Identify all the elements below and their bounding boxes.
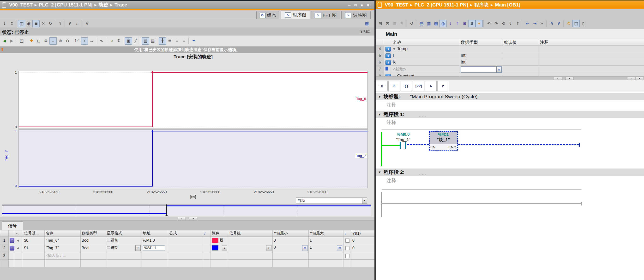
contact-bar-right[interactable] xyxy=(405,142,406,149)
legend-icon[interactable]: ≣ xyxy=(166,37,173,45)
sep[interactable] xyxy=(55,21,56,27)
signal-row-1[interactable]: 1 ◫ ◀ $0 "Tag_6" Bool 二进制 %M1.0 粉 0 1 xyxy=(0,237,375,244)
collapse-icon[interactable]: ▼ xyxy=(378,113,381,116)
color-swatch[interactable] xyxy=(212,238,218,243)
list-icon[interactable]: ▤ xyxy=(302,245,308,251)
tab-bode-diagram[interactable]: ∿ 波特图 xyxy=(341,11,370,19)
nav-back-icon[interactable]: ◀ xyxy=(1,37,8,45)
sep[interactable] xyxy=(406,20,407,27)
zoom-out-icon[interactable]: ⊖ xyxy=(64,37,71,45)
breadcrumb-item[interactable]: Trace xyxy=(114,2,127,8)
sep[interactable] xyxy=(16,38,17,44)
pin-diagram-icon[interactable]: ◳ xyxy=(18,37,25,45)
network-1-comment[interactable]: 注释 xyxy=(386,119,396,126)
scroll-down-button[interactable]: ▼ xyxy=(636,77,643,80)
sep[interactable] xyxy=(546,20,548,27)
network-2-header[interactable]: ▼ 程序段 2: ..... xyxy=(376,169,644,176)
sep[interactable] xyxy=(72,38,73,44)
repeat-measurement-icon[interactable]: ↻ xyxy=(47,20,54,27)
zoom-time-range-icon[interactable]: ⇔ xyxy=(50,37,57,45)
network-1-header[interactable]: ▼ 程序段 1: ..... xyxy=(376,111,644,118)
insert-row-icon[interactable]: ≣ xyxy=(391,20,398,27)
interface-row-add[interactable]: 7 <新增> ▤ xyxy=(376,66,644,73)
block-window-titlebar[interactable]: V90_TEST ▶ PLC_2 [CPU 1511-1 PN] ▶ 程序块 ▶… xyxy=(376,0,644,9)
favorites-star-icon[interactable]: ✶ xyxy=(476,20,483,27)
sep[interactable] xyxy=(157,38,158,44)
go-to-definition-icon[interactable]: ⇤ xyxy=(524,20,531,27)
address-editor[interactable]: %M1.1 xyxy=(143,246,165,251)
open-all-networks-icon[interactable]: ⇓ xyxy=(447,20,454,27)
lock-icon[interactable]: ▯ xyxy=(580,20,587,27)
trace-overview-strip[interactable] xyxy=(2,204,371,216)
overview-cursor[interactable] xyxy=(166,205,167,216)
favorite-close-branch-button[interactable]: ↱ xyxy=(437,81,449,91)
time-reference-icon[interactable]: ⇥ xyxy=(108,37,115,45)
compile-icon[interactable]: ⟲ xyxy=(500,20,507,27)
import-measurement-icon[interactable]: ↲ xyxy=(74,20,81,27)
collapse-icon[interactable]: ▼ xyxy=(393,47,396,51)
split-horizontal-icon[interactable]: ▤ xyxy=(149,37,156,45)
find-icon[interactable]: ⊙ xyxy=(565,20,572,27)
restore-button[interactable]: ⧉ xyxy=(352,2,358,8)
y-scale-mode-select[interactable]: 自动 ▼ xyxy=(296,198,367,204)
show-markers-icon[interactable]: ▣ xyxy=(125,37,132,45)
breadcrumb-item[interactable]: Main [OB1] xyxy=(495,2,520,8)
sep[interactable] xyxy=(82,21,83,27)
favorite-coil-button[interactable]: ( ) xyxy=(400,81,412,91)
sep[interactable] xyxy=(106,38,107,44)
tab-fft-diagram[interactable]: ∿ FFT 图 xyxy=(311,11,340,19)
breadcrumb-item[interactable]: 程序块 xyxy=(474,2,489,8)
overview-scroll-row[interactable]: ▲ ▼ xyxy=(0,217,374,221)
chevron-down-icon[interactable]: ▼ xyxy=(222,245,227,251)
breadcrumb-item[interactable]: PLC_2 [CPU 1511-1 PN] xyxy=(414,2,468,8)
breadcrumb-item[interactable]: PLC_2 [CPU 1511-1 PN] xyxy=(39,2,92,8)
align-legend-left-icon[interactable]: ≡ xyxy=(173,37,180,45)
contact-bar-left[interactable] xyxy=(400,142,401,149)
network-comments-toggle-icon[interactable]: ▥ xyxy=(425,20,432,27)
list-icon[interactable]: ▤ xyxy=(337,245,342,251)
collapse-icon[interactable]: ▼ xyxy=(378,170,381,174)
insert-network-icon[interactable]: ⊞ xyxy=(376,20,384,27)
sep[interactable] xyxy=(416,20,417,27)
collapse-icon[interactable]: ▼ xyxy=(378,95,381,98)
cursor-handle-icon[interactable] xyxy=(165,214,168,216)
tab-configuration[interactable]: ⚙ 组态 xyxy=(256,11,279,19)
contact-address[interactable]: %M0.0 xyxy=(390,132,416,137)
close-all-networks-icon[interactable]: ⇑ xyxy=(454,20,461,27)
add-to-trace-config-icon[interactable]: ⇪ xyxy=(57,20,64,27)
block-title-value[interactable]: "Main Program Sweep (Cycle)" xyxy=(410,94,479,99)
jump-back-icon[interactable]: ↰ xyxy=(548,20,556,27)
close-button[interactable]: ✕ xyxy=(365,2,371,8)
fit-x-axis-icon[interactable]: ↔ xyxy=(88,37,95,45)
export-measurement-icon[interactable]: ↱ xyxy=(66,20,74,27)
hide-operands-icon[interactable]: ◙ xyxy=(461,20,468,27)
download-to-device-icon[interactable]: ⇓ xyxy=(507,20,514,27)
contact-tag[interactable]: "Tag_1" xyxy=(390,137,416,142)
sep[interactable] xyxy=(26,38,27,44)
interface-row-temp[interactable]: 4 ▮ ▼Temp xyxy=(376,45,644,52)
color-swatch[interactable] xyxy=(212,245,218,251)
network-title-placeholder[interactable]: ..... xyxy=(419,171,426,176)
undo-icon[interactable]: ↶ xyxy=(485,20,492,27)
scroll-down-button[interactable]: ▼ xyxy=(189,217,197,220)
sep[interactable] xyxy=(522,20,523,27)
upload-trace-icon[interactable]: ↥ xyxy=(8,20,15,27)
datatype-list-icon[interactable]: ▤ xyxy=(496,67,502,72)
split-vertical-icon[interactable]: ▥ xyxy=(142,37,149,45)
tab-time-diagram[interactable]: ∿ 时序图 xyxy=(281,10,310,19)
sep[interactable] xyxy=(16,21,17,27)
interface-row-i[interactable]: 5 ▮ I Int xyxy=(376,52,644,59)
eno-pin[interactable]: ENO xyxy=(448,145,456,149)
append-row-icon[interactable]: ≡ xyxy=(398,20,406,27)
interface-row-k[interactable]: 6 ▮ K Int xyxy=(376,59,644,66)
pan-icon[interactable]: ✚ xyxy=(28,37,35,45)
pin-column-header[interactable]: «. xyxy=(15,230,23,237)
signal-row-add[interactable]: 3 <插入新计... xyxy=(0,252,375,260)
tag6-plot[interactable] xyxy=(18,71,368,129)
jump-forward-icon[interactable]: ↱ xyxy=(556,20,563,27)
checkbox[interactable] xyxy=(346,246,350,250)
favorite-empty-box-button[interactable]: [??] xyxy=(413,81,424,91)
signal-row-2[interactable]: 2 ◫ ◀ $1 "Tag_7" Bool 二进制 ▼ %M1.1 ▼ ▼ 0 xyxy=(0,244,375,252)
delete-measurement-icon[interactable]: ✕ xyxy=(40,20,47,27)
tab-signals[interactable]: 信号 xyxy=(2,222,23,230)
